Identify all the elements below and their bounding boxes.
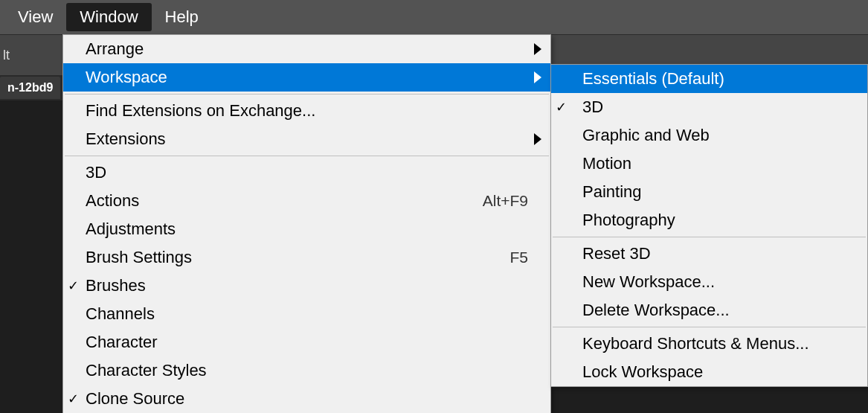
window-menu-separator: [65, 94, 549, 95]
document-tab[interactable]: n-12bd9: [0, 77, 60, 99]
window-menu-item-character[interactable]: Character: [63, 328, 550, 356]
menu-item-label: Essentials (Default): [582, 69, 845, 89]
submenu-arrow-icon: [534, 71, 541, 83]
menu-item-label: Brush Settings: [86, 248, 509, 267]
menu-item-label: Workspace: [86, 68, 528, 87]
workspace-submenu-item-delete-workspace[interactable]: Delete Workspace...: [551, 296, 867, 324]
menu-item-label: Character Styles: [86, 361, 528, 380]
window-menu: ArrangeWorkspaceFind Extensions on Excha…: [62, 34, 551, 413]
workspace-submenu-item-new-workspace[interactable]: New Workspace...: [551, 268, 867, 296]
workspace-submenu: Essentials (Default)✓3DGraphic and WebMo…: [550, 64, 868, 387]
menubar-item-help[interactable]: Help: [152, 3, 212, 31]
check-icon: ✓: [556, 99, 567, 115]
menu-item-label: Painting: [582, 182, 845, 202]
check-icon: ✓: [68, 391, 79, 407]
menu-item-label: Keyboard Shortcuts & Menus...: [582, 334, 845, 353]
window-menu-item-channels[interactable]: Channels: [63, 300, 550, 328]
menu-item-label: Photography: [582, 211, 845, 230]
window-menu-separator: [65, 156, 549, 156]
submenu-arrow-icon: [534, 43, 541, 55]
window-menu-item-arrange[interactable]: Arrange: [63, 35, 550, 63]
menu-item-label: Find Extensions on Exchange...: [86, 101, 528, 121]
window-menu-item-extensions[interactable]: Extensions: [63, 125, 550, 153]
menu-item-label: 3D: [582, 97, 845, 117]
workspace-submenu-separator: [553, 327, 866, 327]
workspace-submenu-item-motion[interactable]: Motion: [551, 150, 867, 178]
window-menu-item-3d[interactable]: 3D: [63, 159, 550, 187]
window-menu-item-workspace[interactable]: Workspace: [63, 63, 550, 92]
submenu-arrow-icon: [534, 133, 541, 145]
menu-item-label: Extensions: [86, 129, 528, 149]
menubar: View Window Help: [0, 0, 868, 34]
workspace-submenu-item-painting[interactable]: Painting: [551, 178, 867, 206]
menu-item-label: Lock Workspace: [582, 362, 845, 382]
workspace-submenu-item-essentials-default[interactable]: Essentials (Default): [551, 65, 867, 93]
menu-item-label: Actions: [86, 191, 483, 211]
menu-item-label: Character: [86, 333, 528, 352]
workspace-submenu-item-lock-workspace[interactable]: Lock Workspace: [551, 358, 867, 386]
menu-item-label: Reset 3D: [582, 244, 845, 263]
window-menu-item-brushes[interactable]: ✓Brushes: [63, 272, 550, 300]
menu-item-label: Adjustments: [86, 220, 528, 239]
workspace-submenu-item-graphic-and-web[interactable]: Graphic and Web: [551, 121, 867, 150]
menubar-item-window[interactable]: Window: [66, 3, 151, 31]
window-menu-item-clone-source[interactable]: ✓Clone Source: [63, 385, 550, 413]
menu-item-label: Channels: [86, 304, 528, 324]
menubar-item-view[interactable]: View: [4, 3, 66, 31]
menu-item-label: Delete Workspace...: [582, 301, 845, 320]
menu-item-label: Clone Source: [86, 389, 528, 409]
window-menu-item-adjustments[interactable]: Adjustments: [63, 215, 550, 243]
menu-item-shortcut: F5: [509, 249, 528, 266]
workspace-submenu-item-keyboard-shortcuts-menus[interactable]: Keyboard Shortcuts & Menus...: [551, 330, 867, 358]
menu-item-label: Graphic and Web: [582, 126, 845, 145]
menu-item-shortcut: Alt+F9: [483, 192, 528, 210]
workspace-submenu-item-reset-3d[interactable]: Reset 3D: [551, 240, 867, 268]
workspace-submenu-item-photography[interactable]: Photography: [551, 206, 867, 234]
workspace-submenu-separator: [553, 237, 866, 237]
menu-item-label: Motion: [582, 154, 845, 173]
window-menu-item-find-extensions-on-exchange[interactable]: Find Extensions on Exchange...: [63, 97, 550, 125]
options-bar-fragment: lt: [3, 48, 10, 63]
window-menu-item-brush-settings[interactable]: Brush SettingsF5: [63, 243, 550, 272]
menu-item-label: New Workspace...: [582, 272, 845, 292]
workspace-submenu-item-3d[interactable]: ✓3D: [551, 93, 867, 121]
window-menu-item-character-styles[interactable]: Character Styles: [63, 356, 550, 385]
check-icon: ✓: [68, 278, 79, 294]
menu-item-label: Brushes: [86, 276, 528, 295]
menu-item-label: 3D: [86, 163, 528, 182]
menu-item-label: Arrange: [86, 39, 528, 59]
window-menu-item-actions[interactable]: ActionsAlt+F9: [63, 187, 550, 215]
